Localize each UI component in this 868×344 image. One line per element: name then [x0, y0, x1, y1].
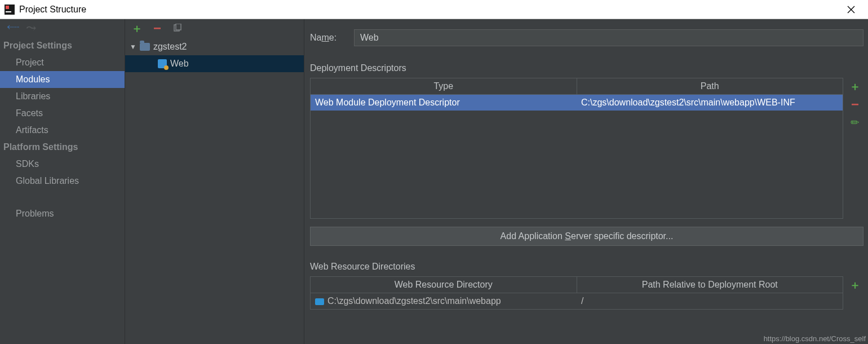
svg-rect-4 [176, 24, 181, 30]
td-webres-path: / [577, 293, 843, 309]
td-path: C:\zgs\download\zgstest2\src\main\webapp… [577, 95, 843, 111]
nav-item-libraries[interactable]: Libraries [0, 88, 125, 105]
left-toolbar: ⬸ ⤳ [0, 19, 125, 37]
remove-descriptor-icon[interactable]: − [850, 99, 860, 109]
webres-section-title: Web Resource Directories [310, 262, 863, 272]
back-icon[interactable]: ⬸ [8, 23, 18, 33]
table-row[interactable]: C:\zgs\download\zgstest2\src\main\webapp… [311, 293, 843, 309]
forward-icon[interactable]: ⤳ [26, 23, 36, 33]
copy-icon[interactable] [172, 23, 183, 33]
nav-item-problems[interactable]: Problems [0, 205, 125, 222]
add-webres-icon[interactable]: ＋ [850, 280, 860, 290]
table-row[interactable]: Web Module Deployment Descriptor C:\zgs\… [311, 95, 843, 111]
tree-panel: ＋ − ▼ zgstest2 Web [125, 19, 304, 344]
td-type: Web Module Deployment Descriptor [311, 95, 577, 111]
left-panel: ⬸ ⤳ Project Settings Project Modules Lib… [0, 19, 125, 344]
module-tree: ▼ zgstest2 Web [125, 37, 304, 72]
folder-icon [140, 43, 150, 51]
add-server-descriptor-button[interactable]: Add Application Server specific descript… [310, 227, 863, 246]
tree-root-row[interactable]: ▼ zgstest2 [125, 38, 304, 55]
app-icon [5, 5, 15, 15]
nav-item-project[interactable]: Project [0, 54, 125, 71]
th-path: Path [577, 78, 843, 94]
name-row: Name: [310, 29, 863, 58]
th-webres-dir: Web Resource Directory [311, 277, 577, 293]
nav-item-facets[interactable]: Facets [0, 105, 125, 122]
tree-toolbar: ＋ − [125, 19, 304, 37]
th-type: Type [311, 78, 577, 94]
webres-table-header: Web Resource Directory Path Relative to … [311, 277, 843, 293]
add-icon[interactable]: ＋ [132, 23, 142, 33]
main-area: ⬸ ⤳ Project Settings Project Modules Lib… [0, 19, 868, 344]
remove-icon[interactable]: − [152, 23, 162, 33]
svg-rect-1 [6, 6, 9, 9]
webres-table[interactable]: Web Resource Directory Path Relative to … [310, 276, 843, 310]
tree-child-label: Web [170, 59, 189, 69]
webres-area: Web Resource Directory Path Relative to … [310, 276, 863, 310]
close-icon[interactable] [839, 2, 863, 17]
edit-descriptor-icon[interactable]: ✎ [848, 115, 862, 129]
webres-side-buttons: ＋ [847, 276, 863, 310]
watermark: https://blog.csdn.net/Cross_self [764, 334, 866, 343]
deployment-area: Type Path Web Module Deployment Descript… [310, 78, 863, 219]
content-panel: Name: Deployment Descriptors Type Path W… [304, 19, 868, 344]
tree-child-row[interactable]: Web [125, 55, 304, 72]
nav-item-sdks[interactable]: SDKs [0, 156, 125, 173]
window-title: Project Structure [19, 5, 86, 15]
svg-rect-2 [6, 11, 11, 12]
deployment-section-title: Deployment Descriptors [310, 63, 863, 73]
add-descriptor-icon[interactable]: ＋ [850, 81, 860, 91]
nav-item-global-libraries[interactable]: Global Libraries [0, 173, 125, 189]
tree-root-label: zgstest2 [153, 42, 187, 52]
nav-item-modules[interactable]: Modules [0, 71, 125, 88]
nav-item-artifacts[interactable]: Artifacts [0, 122, 125, 139]
deployment-table[interactable]: Type Path Web Module Deployment Descript… [310, 78, 843, 219]
nav-group-platform-settings: Platform Settings [0, 139, 125, 156]
title-bar: Project Structure [0, 0, 868, 19]
deployment-table-header: Type Path [311, 78, 843, 95]
web-facet-icon [158, 59, 167, 68]
deployment-side-buttons: ＋ − ✎ [847, 78, 863, 219]
name-input[interactable] [354, 29, 863, 46]
nav-group-project-settings: Project Settings [0, 37, 125, 54]
folder-icon [315, 298, 324, 305]
td-webres-dir: C:\zgs\download\zgstest2\src\main\webapp [311, 293, 577, 309]
expand-icon[interactable]: ▼ [130, 43, 136, 51]
th-webres-path: Path Relative to Deployment Root [577, 277, 843, 293]
name-label: Name: [310, 33, 344, 43]
